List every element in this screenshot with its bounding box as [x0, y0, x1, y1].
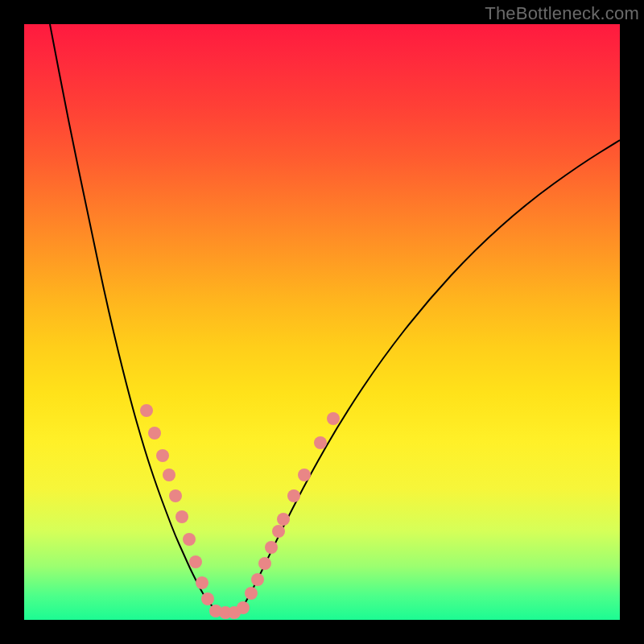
curve-marker — [237, 601, 250, 614]
curve-marker — [201, 592, 214, 605]
curve-marker — [148, 427, 161, 440]
curve-marker — [272, 525, 285, 538]
curve-marker — [314, 436, 327, 449]
curve-marker — [156, 449, 169, 462]
curve-marker — [287, 489, 300, 502]
curve-marker — [258, 557, 271, 570]
curve-marker — [277, 513, 290, 526]
curve-right — [242, 140, 620, 609]
curve-marker — [251, 573, 264, 586]
curve-marker — [140, 404, 153, 417]
curve-marker — [169, 489, 182, 502]
curve-marker — [189, 555, 202, 568]
curve-marker — [298, 469, 311, 481]
curve-marker — [163, 469, 175, 481]
curve-markers — [140, 404, 340, 619]
watermark-text: TheBottleneck.com — [485, 3, 639, 24]
curve-marker — [265, 541, 278, 554]
curve-svg — [24, 24, 620, 620]
chart-frame: TheBottleneck.com — [0, 0, 644, 644]
curve-marker — [175, 510, 188, 523]
plot-area — [24, 24, 620, 620]
curve-marker — [183, 533, 196, 546]
curve-marker — [196, 576, 208, 589]
curve-left — [50, 24, 215, 609]
curve-marker — [327, 412, 340, 425]
curve-marker — [245, 587, 258, 600]
